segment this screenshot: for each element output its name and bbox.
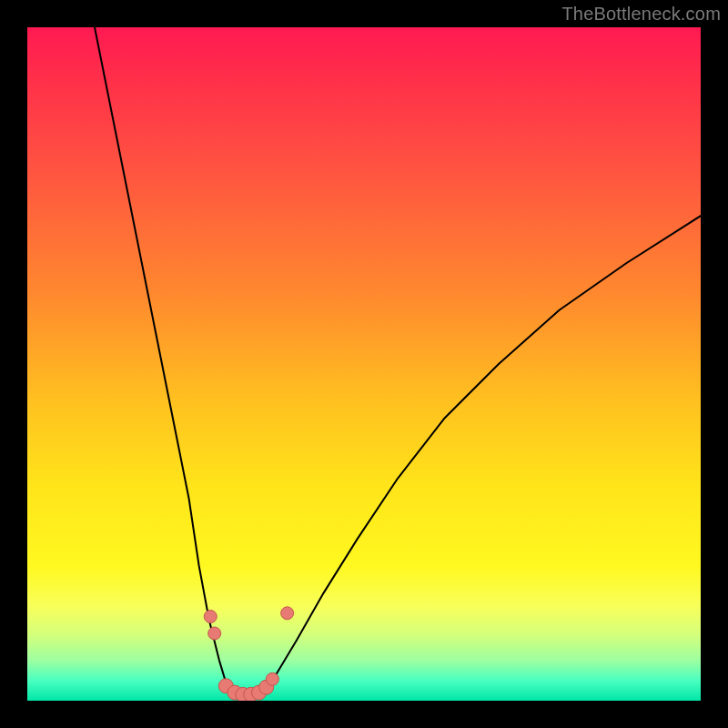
chart-svg xyxy=(27,27,701,701)
plot-area xyxy=(27,27,701,701)
data-marker xyxy=(266,672,278,685)
chart-frame: TheBottleneck.com xyxy=(0,0,728,728)
data-marker xyxy=(208,627,221,640)
watermark-text: TheBottleneck.com xyxy=(561,4,721,25)
data-marker xyxy=(204,611,217,623)
data-marker xyxy=(281,607,294,620)
bottleneck-curve xyxy=(95,27,701,700)
